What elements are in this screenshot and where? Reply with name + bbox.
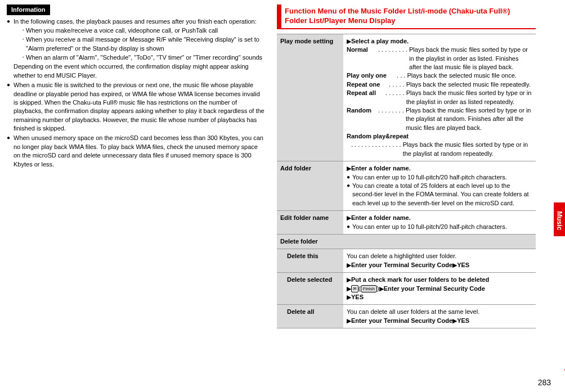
list-item: ● In the following cases, the playback p… [7, 17, 266, 80]
list-item: ・When an alarm of "Alarm", "Schedule", "… [14, 53, 266, 62]
row-description: ▶Enter a folder name. ●You can enter up … [343, 161, 536, 211]
row-label: Edit folder name [277, 211, 343, 235]
page-number: 283 [538, 377, 551, 389]
row-description: ▶Put a check mark for user folders to be… [343, 273, 536, 305]
function-menu-table: Play mode setting ▶Select a play mode. N… [277, 34, 536, 328]
row-label: Delete selected [277, 273, 343, 305]
table-row: Play mode setting ▶Select a play mode. N… [277, 34, 536, 161]
information-badge: Information [7, 4, 50, 15]
list-item: ● When unused memory space on the microS… [7, 134, 266, 169]
table-row: Delete folder [277, 234, 536, 249]
row-label: Play mode setting [277, 34, 343, 161]
row-description: ▶Enter a folder name. ●You can enter up … [343, 211, 536, 235]
continued-indicator: Continued ▶ [563, 340, 565, 374]
right-column: Function Menu of the Music Folder List/i… [277, 4, 536, 328]
mail-icon: ✉ [351, 285, 358, 292]
table-row: Delete this You can delete a highlighted… [277, 249, 536, 273]
section-title: Function Menu of the Music Folder List/i… [285, 7, 532, 26]
finish-icon: Finish [361, 285, 377, 292]
list-item: ● When a music file is switched to the p… [7, 81, 266, 133]
row-label: Delete all [277, 305, 343, 328]
row-label: Add folder [277, 161, 343, 211]
row-label: Delete this [277, 249, 343, 273]
section-header: Function Menu of the Music Folder List/i… [277, 4, 536, 29]
list-item: ・When you receive a mail message or Mess… [14, 35, 266, 53]
list-item: ・When you make/receive a voice call, vid… [14, 26, 266, 35]
table-row: Delete selected ▶Put a check mark for us… [277, 273, 536, 305]
table-row: Add folder ▶Enter a folder name. ●You ca… [277, 161, 536, 211]
table-row: Edit folder name ▶Enter a folder name. ●… [277, 211, 536, 235]
row-description: ▶Select a play mode. Normal. . . . . . .… [343, 34, 536, 161]
side-tab-music: Music [554, 202, 565, 236]
left-column: Information ● In the following cases, th… [7, 4, 266, 328]
info-text: In the following cases, the playback pau… [14, 18, 257, 25]
row-label: Delete folder [277, 234, 536, 249]
info-text: Depending on the event which occurred, t… [14, 62, 266, 80]
row-description: You can delete a highlighted user folder… [343, 249, 536, 273]
table-row: Delete all You can delete all user folde… [277, 305, 536, 328]
row-description: You can delete all user folders at the s… [343, 305, 536, 328]
